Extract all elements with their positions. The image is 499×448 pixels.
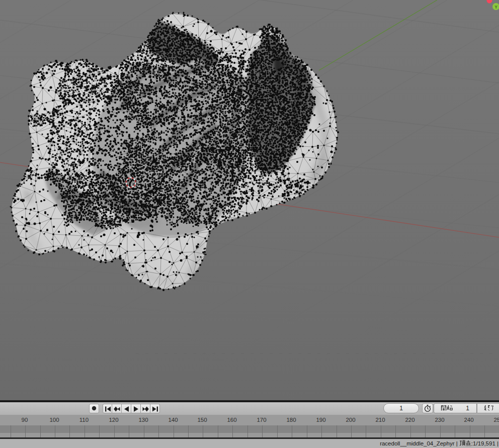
- svg-text:Y: Y: [494, 5, 497, 10]
